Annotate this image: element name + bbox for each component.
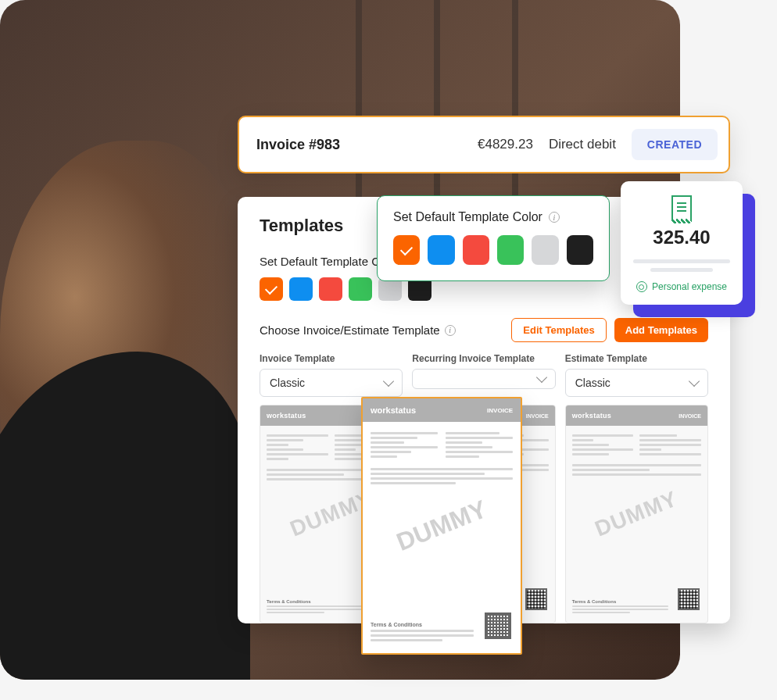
terms-label: Terms & Conditions xyxy=(267,599,363,604)
popover-color-gray[interactable] xyxy=(532,235,558,265)
popover-color-black[interactable] xyxy=(567,235,593,265)
popover-color-red[interactable] xyxy=(463,235,489,265)
qr-code-icon xyxy=(485,612,511,639)
preview-brand: workstatus xyxy=(267,412,306,420)
info-icon[interactable]: i xyxy=(549,212,560,223)
expense-label-text: Personal expense xyxy=(652,281,727,292)
template-preview-highlighted[interactable]: workstatusINVOICE DUMMY Terms & Conditio… xyxy=(361,397,522,655)
user-icon xyxy=(636,281,647,292)
section-label-choose-template: Choose Invoice/Estimate Template i xyxy=(260,323,511,337)
expense-card: 325.40 Personal expense xyxy=(621,181,743,305)
watermark: DUMMY xyxy=(592,486,682,541)
edit-templates-button[interactable]: Edit Templates xyxy=(511,318,607,342)
preview-invoice-tag: INVOICE xyxy=(679,413,701,419)
expense-label: Personal expense xyxy=(633,281,730,292)
color-swatch-orange[interactable] xyxy=(260,277,283,301)
chevron-down-icon xyxy=(383,376,394,387)
estimate-template-value: Classic xyxy=(575,377,610,389)
color-swatch-green[interactable] xyxy=(349,277,372,301)
chevron-down-icon xyxy=(536,372,547,383)
info-icon[interactable]: i xyxy=(445,325,456,336)
status-badge: CREATED xyxy=(632,129,718,160)
popover-color-green[interactable] xyxy=(497,235,524,265)
preview-invoice-tag: INVOICE xyxy=(526,413,549,419)
popover-color-orange[interactable] xyxy=(393,235,420,265)
color-popover-title: Set Default Template Color i xyxy=(393,210,593,224)
chevron-down-icon xyxy=(689,376,700,387)
qr-code-icon xyxy=(525,588,547,610)
recurring-template-select[interactable] xyxy=(412,369,555,389)
popover-color-blue[interactable] xyxy=(428,235,454,265)
payment-method: Direct debit xyxy=(549,137,616,152)
estimate-template-preview[interactable]: workstatusINVOICE DUMMY Terms & Conditio… xyxy=(565,405,708,623)
choose-template-text: Choose Invoice/Estimate Template xyxy=(260,323,440,337)
add-templates-button[interactable]: Add Templates xyxy=(614,318,708,342)
expense-amount: 325.40 xyxy=(633,227,730,248)
invoice-amount: €4829.23 xyxy=(478,137,533,152)
invoice-summary-bar: Invoice #983 €4829.23 Direct debit CREAT… xyxy=(238,116,730,173)
color-popover-title-text: Set Default Template Color xyxy=(393,210,542,224)
invoice-number: Invoice #983 xyxy=(256,137,462,153)
terms-label: Terms & Conditions xyxy=(371,622,474,627)
color-swatch-blue[interactable] xyxy=(289,277,313,301)
invoice-template-label: Invoice Template xyxy=(260,353,403,364)
preview-brand: workstatus xyxy=(371,405,416,415)
receipt-icon xyxy=(671,195,692,219)
placeholder-lines xyxy=(633,259,730,272)
invoice-template-value: Classic xyxy=(270,377,305,389)
color-swatch-red[interactable] xyxy=(319,277,342,301)
recurring-template-label: Recurring Invoice Template xyxy=(412,353,555,364)
color-picker-popover: Set Default Template Color i xyxy=(377,195,610,281)
estimate-template-select[interactable]: Classic xyxy=(565,369,708,397)
terms-label: Terms & Conditions xyxy=(572,599,668,604)
estimate-template-label: Estimate Template xyxy=(565,353,708,364)
preview-invoice-tag: INVOICE xyxy=(487,407,513,414)
invoice-template-select[interactable]: Classic xyxy=(260,369,403,397)
qr-code-icon xyxy=(678,588,700,610)
watermark: DUMMY xyxy=(392,495,491,557)
preview-brand: workstatus xyxy=(572,412,612,420)
